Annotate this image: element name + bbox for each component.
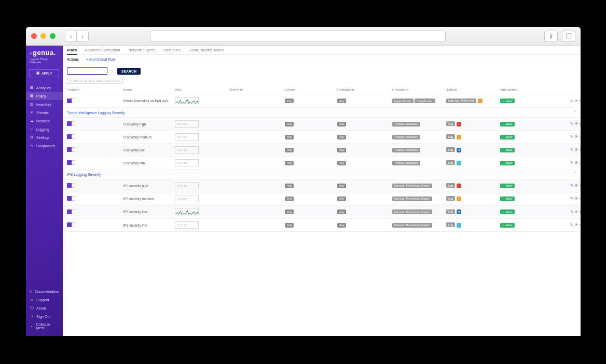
duplicate-icon[interactable]: ⟳ xyxy=(575,148,578,152)
nav-forward-button[interactable]: › xyxy=(77,31,88,41)
column-header: Hits xyxy=(175,88,229,92)
sidebar-item-collapse-menu[interactable]: ‹Collapse Menu xyxy=(26,320,63,332)
condition-pill: Intrusion Prevention System xyxy=(392,184,432,188)
enabled-toggle[interactable] xyxy=(67,121,75,126)
duplicate-icon[interactable]: ⟳ xyxy=(575,99,578,103)
sidebar-item-network[interactable]: ☁Network xyxy=(26,117,63,125)
delete-icon[interactable]: 🗑 xyxy=(580,210,581,214)
share-icon[interactable]: ⇪ xyxy=(544,31,558,42)
duplicate-icon[interactable]: ⟳ xyxy=(575,161,578,165)
duplicate-icon[interactable]: ⟳ xyxy=(575,223,578,227)
activate-reorder-button[interactable]: ACTIVATE GLOBAL RULES REORDER xyxy=(67,78,123,84)
source-pill: Any xyxy=(285,122,294,127)
policy-icon: ▤ xyxy=(30,94,34,98)
edit-icon[interactable]: ✎ xyxy=(570,135,573,139)
delete-icon[interactable]: 🗑 xyxy=(580,135,581,139)
edit-icon[interactable]: ✎ xyxy=(570,148,573,152)
apply-button[interactable]: ▣ APPLY xyxy=(30,69,59,77)
enabled-toggle[interactable] xyxy=(67,134,75,139)
sidebar-item-label: Support xyxy=(36,298,49,302)
delete-icon[interactable]: 🗑 xyxy=(580,223,581,227)
enabled-toggle[interactable] xyxy=(67,99,75,103)
column-header: Name xyxy=(123,88,175,92)
sidebar-item-analytics[interactable]: ▦Analytics xyxy=(26,83,63,92)
sidebar-item-support[interactable]: ☺Support xyxy=(26,296,63,304)
sidebar-item-label: Sign Out xyxy=(36,315,50,318)
sidebar-item-sign-out[interactable]: ⇥Sign Out xyxy=(26,312,63,320)
tab-network-objects[interactable]: Network Objects xyxy=(128,46,155,54)
duplicate-icon[interactable]: ⟳ xyxy=(575,197,578,201)
rule-row: IPS severity infoNo DataAnyAnyIntrusion … xyxy=(63,219,581,232)
action-pill: Log xyxy=(446,147,455,152)
enabled-toggle[interactable] xyxy=(67,196,75,201)
delete-icon[interactable]: 🗑 xyxy=(580,99,581,103)
favorite-icon[interactable]: ☆ xyxy=(111,69,114,74)
nav-back-button[interactable]: ‹ xyxy=(65,31,77,41)
add-global-rule-link[interactable]: + Add Global Rule xyxy=(86,58,116,61)
edit-icon[interactable]: ✎ xyxy=(570,184,573,188)
sign-out-icon: ⇥ xyxy=(30,314,34,318)
main-panel: RulesAdvanced CorrelationNetwork Objects… xyxy=(63,46,581,336)
rule-group-header[interactable]: Threat Intelligence Logging Severity˄ xyxy=(63,108,581,118)
enabled-toggle[interactable] xyxy=(67,209,75,214)
final-action-pill: → allow xyxy=(500,135,515,139)
enabled-toggle[interactable] xyxy=(67,147,75,152)
sidebar-item-about[interactable]: ⓘAbout xyxy=(26,304,63,312)
duplicate-icon[interactable]: ⟳ xyxy=(575,210,578,214)
edit-icon[interactable]: ✎ xyxy=(570,210,573,214)
source-pill: Any xyxy=(285,148,294,152)
sidebar-item-diagnostics[interactable]: ∿Diagnostics xyxy=(26,142,63,150)
edit-icon[interactable]: ✎ xyxy=(570,197,573,201)
rule-group-header[interactable]: IPS Logging Severity˄ xyxy=(63,170,581,179)
source-pill: Any xyxy=(285,223,294,228)
collapse-menu-icon: ‹ xyxy=(30,324,34,328)
action-pill: Log xyxy=(446,134,455,139)
sidebar-item-label: Inventory xyxy=(36,103,51,106)
action-pill: Late Log, Policy Hits xyxy=(446,99,476,103)
edit-icon[interactable]: ✎ xyxy=(570,223,573,227)
window-minimize-button[interactable] xyxy=(40,33,46,39)
rule-row: IPS severity mediumNo DataAnyAnyIntrusio… xyxy=(63,192,581,205)
url-bar[interactable] xyxy=(150,31,446,42)
enabled-toggle[interactable] xyxy=(67,160,75,165)
final-action-pill: → allow xyxy=(500,122,515,127)
search-input[interactable] xyxy=(67,67,107,75)
edit-icon[interactable]: ✎ xyxy=(570,161,573,165)
condition-pill: Classification xyxy=(415,99,435,103)
column-header: Source xyxy=(285,88,337,92)
rule-row: IPS severity highNo DataAnyAnyIntrusion … xyxy=(63,179,581,192)
no-data-chart: No Data xyxy=(175,146,199,153)
duplicate-icon[interactable]: ⟳ xyxy=(575,184,578,188)
sidebar-item-threats[interactable]: ✕Threats xyxy=(26,108,63,117)
duplicate-icon[interactable]: ⟳ xyxy=(575,135,578,139)
delete-icon[interactable]: 🗑 xyxy=(580,184,581,188)
delete-icon[interactable]: 🗑 xyxy=(580,197,581,201)
duplicate-icon[interactable]: ⟳ xyxy=(575,122,578,126)
tab-event-tracking-tables[interactable]: Event Tracking Tables xyxy=(188,46,224,54)
delete-icon[interactable]: 🗑 xyxy=(580,161,581,165)
enabled-toggle[interactable] xyxy=(67,183,75,188)
search-button[interactable]: SEARCH xyxy=(117,68,141,75)
final-action-pill: → allow xyxy=(500,161,515,165)
sidebar-item-policy[interactable]: ▤Policy xyxy=(26,92,63,100)
tab-advanced-correlation[interactable]: Advanced Correlation xyxy=(85,46,120,54)
tabs-icon[interactable]: ❐ xyxy=(562,31,575,42)
window-close-button[interactable] xyxy=(31,33,37,39)
tab-rules[interactable]: Rules xyxy=(67,46,77,55)
tab-schedules[interactable]: Schedules xyxy=(163,46,181,54)
rule-name: TI severity medium xyxy=(123,135,175,139)
enabled-toggle[interactable] xyxy=(67,222,75,227)
sidebar-item-label: Settings xyxy=(36,136,49,139)
edit-icon[interactable]: ✎ xyxy=(570,99,573,103)
edit-icon[interactable]: ✎ xyxy=(570,122,573,126)
destination-pill: Any xyxy=(337,161,346,165)
actions-menu[interactable]: Actions xyxy=(67,58,79,61)
check-icon: ▣ xyxy=(36,71,40,75)
sidebar-item-settings[interactable]: ⚙Settings xyxy=(26,133,63,142)
sidebar-item-documentation[interactable]: ▯Documentation xyxy=(26,287,63,296)
window-zoom-button[interactable] xyxy=(50,33,56,39)
delete-icon[interactable]: 🗑 xyxy=(580,122,581,126)
sidebar-item-inventory[interactable]: ▥Inventory xyxy=(26,100,63,108)
sidebar-item-logging[interactable]: ▭Logging xyxy=(26,125,63,133)
delete-icon[interactable]: 🗑 xyxy=(580,148,581,152)
